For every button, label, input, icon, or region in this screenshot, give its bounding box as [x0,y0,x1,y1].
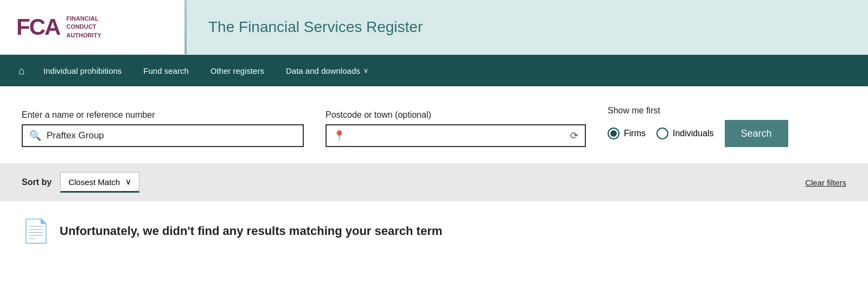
chevron-down-icon: ∨ [363,67,368,74]
postcode-input[interactable] [350,130,570,141]
search-row: Enter a name or reference number 🔍 Postc… [22,106,846,147]
show-me-section: Show me first Firms Individuals Search [608,106,788,147]
fca-authority-text: FINANCIAL CONDUCT AUTHORITY [66,15,101,40]
sort-chevron-icon: ∨ [125,177,131,187]
individuals-radio-circle[interactable] [656,128,668,139]
postcode-label: Postcode or town (optional) [326,110,586,120]
header-title-section: The Financial Services Register [187,0,868,54]
sort-option-label: Closest Match [68,177,120,187]
name-label: Enter a name or reference number [22,110,304,120]
page-title: The Financial Services Register [208,18,423,36]
sort-bar: Sort by Closest Match ∨ Clear filters [0,163,868,201]
name-search-field: Enter a name or reference number 🔍 [22,110,304,147]
clear-filters-button[interactable]: Clear filters [805,178,846,187]
location-icon: 📍 [333,130,345,142]
show-me-label: Show me first [608,106,788,116]
refresh-icon[interactable]: ⟳ [570,130,578,142]
radio-group: Firms Individuals Search [608,120,788,147]
no-results-row: 📄 Unfortunately, we didn't find any resu… [22,218,846,244]
search-icon: 🔍 [29,130,41,142]
header: FCA FINANCIAL CONDUCT AUTHORITY The Fina… [0,0,868,55]
sort-by-label: Sort by [22,177,52,187]
nav-data-downloads[interactable]: Data and downloads ∨ [275,55,379,86]
postcode-input-wrapper: 📍 ⟳ [326,124,586,147]
nav-other-registers[interactable]: Other registers [200,55,275,86]
nav-bar: ⌂ Individual prohibitions Fund search Ot… [0,55,868,86]
home-button[interactable]: ⌂ [11,59,33,82]
search-section: Enter a name or reference number 🔍 Postc… [0,86,868,163]
logo-section: FCA FINANCIAL CONDUCT AUTHORITY [0,0,184,54]
nav-individual-prohibitions[interactable]: Individual prohibitions [33,55,132,86]
no-results-text: Unfortunately, we didn't find any result… [60,224,442,238]
name-input-wrapper: 🔍 [22,124,304,147]
firms-radio[interactable]: Firms [608,128,646,139]
results-section: 📄 Unfortunately, we didn't find any resu… [0,201,868,260]
search-button[interactable]: Search [725,120,788,147]
firms-label: Firms [624,129,646,138]
name-input[interactable] [47,130,296,141]
firms-radio-circle[interactable] [608,128,620,139]
individuals-label: Individuals [673,129,714,138]
no-results-icon: 📄 [22,218,50,244]
fca-logo: FCA FINANCIAL CONDUCT AUTHORITY [16,15,101,40]
sort-left: Sort by Closest Match ∨ [22,172,139,193]
fca-letters: FCA [16,16,60,39]
sort-dropdown[interactable]: Closest Match ∨ [60,172,139,193]
postcode-search-field: Postcode or town (optional) 📍 ⟳ [326,110,586,147]
nav-fund-search[interactable]: Fund search [132,55,199,86]
individuals-radio[interactable]: Individuals [656,128,714,139]
